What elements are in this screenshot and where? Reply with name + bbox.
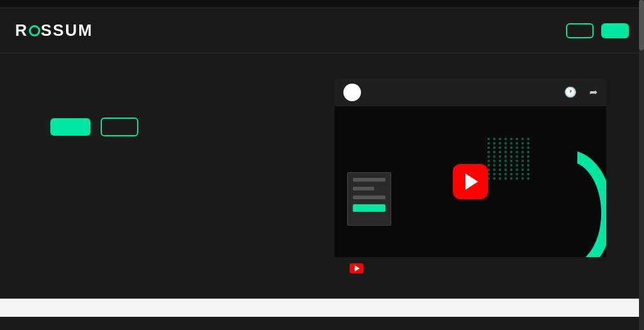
privacy-bar	[0, 299, 644, 317]
video-container: 🕐 ➦ const grid = document.querySelector(…	[335, 79, 606, 280]
watch-later-icon: 🕐	[564, 86, 577, 98]
play-triangle-icon	[465, 173, 478, 190]
document-icon	[347, 172, 391, 226]
doc-line-green	[353, 204, 386, 212]
play-button[interactable]	[453, 164, 488, 199]
nav-buttons	[566, 23, 629, 38]
request-demo-button[interactable]	[566, 23, 594, 38]
doc-line-1	[353, 178, 386, 182]
nav-links	[118, 26, 566, 36]
video-main[interactable]: const grid = document.querySelector('.do…	[335, 106, 606, 257]
nav-resources[interactable]	[161, 26, 179, 36]
logo: RSSUM	[15, 21, 93, 40]
scrollbar[interactable]	[639, 0, 644, 330]
nav-company[interactable]	[182, 26, 200, 36]
nav-platform[interactable]	[118, 26, 136, 36]
video-rossum-logo	[343, 84, 361, 101]
hero-try-free-button[interactable]	[50, 118, 91, 136]
video-bottom-bar	[335, 257, 606, 280]
logo-container[interactable]: RSSUM	[15, 21, 93, 40]
doc-line-2	[353, 187, 374, 190]
scrollbar-thumb[interactable]	[639, 0, 644, 50]
doc-line-3	[353, 195, 386, 199]
share-control[interactable]: ➦	[589, 86, 597, 99]
main-navbar: RSSUM	[0, 8, 644, 53]
document-icon-area	[347, 172, 423, 226]
youtube-play-icon	[355, 265, 360, 272]
video-top-bar: 🕐 ➦	[335, 79, 606, 106]
try-it-free-button[interactable]	[601, 23, 629, 38]
hero-left	[50, 79, 297, 136]
hero-request-demo-button[interactable]	[101, 118, 138, 136]
top-utility-bar	[0, 0, 644, 8]
hero-buttons	[50, 118, 297, 136]
dot-grid-decoration: const grid = document.querySelector('.do…	[487, 138, 531, 180]
hero-right: 🕐 ➦ const grid = document.querySelector(…	[335, 79, 606, 280]
youtube-icon	[350, 263, 364, 273]
youtube-logo[interactable]	[350, 263, 365, 273]
logo-o-icon	[29, 25, 40, 36]
share-icon: ➦	[589, 86, 597, 98]
teal-arc-decoration	[525, 150, 606, 257]
hero-section: 🕐 ➦ const grid = document.querySelector(…	[0, 53, 644, 299]
watch-later-control[interactable]: 🕐	[564, 86, 577, 99]
nav-solutions[interactable]	[140, 26, 157, 36]
video-controls: 🕐 ➦	[564, 86, 597, 99]
